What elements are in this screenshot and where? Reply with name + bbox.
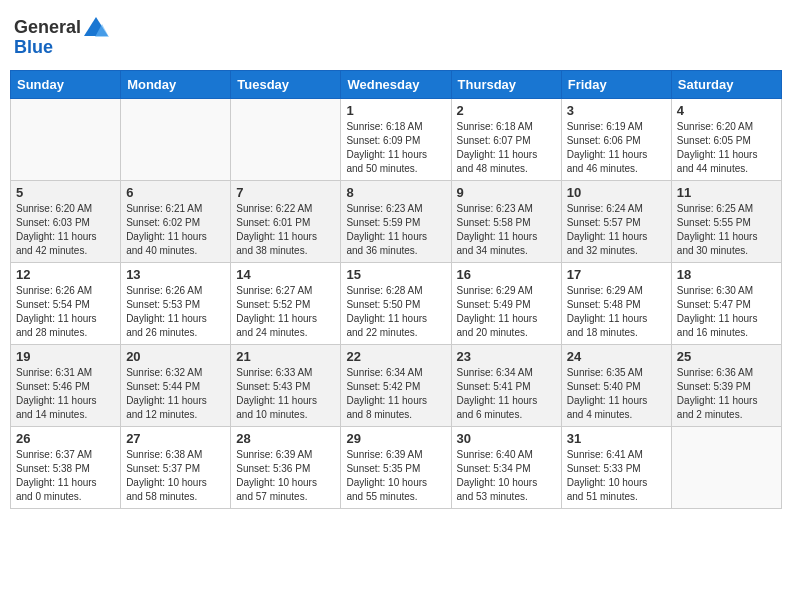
day-cell: 20Sunrise: 6:32 AM Sunset: 5:44 PM Dayli… [121, 345, 231, 427]
day-number: 18 [677, 267, 776, 282]
day-number: 15 [346, 267, 445, 282]
day-cell: 8Sunrise: 6:23 AM Sunset: 5:59 PM Daylig… [341, 181, 451, 263]
day-cell: 31Sunrise: 6:41 AM Sunset: 5:33 PM Dayli… [561, 427, 671, 509]
day-cell: 21Sunrise: 6:33 AM Sunset: 5:43 PM Dayli… [231, 345, 341, 427]
logo-blue: Blue [14, 38, 109, 56]
week-row-2: 5Sunrise: 6:20 AM Sunset: 6:03 PM Daylig… [11, 181, 782, 263]
day-number: 6 [126, 185, 225, 200]
weekday-friday: Friday [561, 71, 671, 99]
day-cell [11, 99, 121, 181]
weekday-monday: Monday [121, 71, 231, 99]
day-info: Sunrise: 6:36 AM Sunset: 5:39 PM Dayligh… [677, 366, 776, 422]
calendar: SundayMondayTuesdayWednesdayThursdayFrid… [10, 70, 782, 509]
day-cell: 1Sunrise: 6:18 AM Sunset: 6:09 PM Daylig… [341, 99, 451, 181]
day-number: 11 [677, 185, 776, 200]
day-cell: 17Sunrise: 6:29 AM Sunset: 5:48 PM Dayli… [561, 263, 671, 345]
day-info: Sunrise: 6:32 AM Sunset: 5:44 PM Dayligh… [126, 366, 225, 422]
day-number: 25 [677, 349, 776, 364]
day-number: 21 [236, 349, 335, 364]
day-info: Sunrise: 6:23 AM Sunset: 5:59 PM Dayligh… [346, 202, 445, 258]
day-cell: 10Sunrise: 6:24 AM Sunset: 5:57 PM Dayli… [561, 181, 671, 263]
day-number: 14 [236, 267, 335, 282]
day-cell: 5Sunrise: 6:20 AM Sunset: 6:03 PM Daylig… [11, 181, 121, 263]
day-info: Sunrise: 6:37 AM Sunset: 5:38 PM Dayligh… [16, 448, 115, 504]
week-row-3: 12Sunrise: 6:26 AM Sunset: 5:54 PM Dayli… [11, 263, 782, 345]
logo-triangle-icon [83, 16, 109, 38]
day-info: Sunrise: 6:22 AM Sunset: 6:01 PM Dayligh… [236, 202, 335, 258]
day-cell: 2Sunrise: 6:18 AM Sunset: 6:07 PM Daylig… [451, 99, 561, 181]
weekday-saturday: Saturday [671, 71, 781, 99]
day-info: Sunrise: 6:29 AM Sunset: 5:48 PM Dayligh… [567, 284, 666, 340]
day-info: Sunrise: 6:21 AM Sunset: 6:02 PM Dayligh… [126, 202, 225, 258]
day-info: Sunrise: 6:18 AM Sunset: 6:09 PM Dayligh… [346, 120, 445, 176]
day-cell: 22Sunrise: 6:34 AM Sunset: 5:42 PM Dayli… [341, 345, 451, 427]
day-cell: 14Sunrise: 6:27 AM Sunset: 5:52 PM Dayli… [231, 263, 341, 345]
day-info: Sunrise: 6:34 AM Sunset: 5:42 PM Dayligh… [346, 366, 445, 422]
day-info: Sunrise: 6:18 AM Sunset: 6:07 PM Dayligh… [457, 120, 556, 176]
weekday-sunday: Sunday [11, 71, 121, 99]
day-number: 24 [567, 349, 666, 364]
day-cell: 28Sunrise: 6:39 AM Sunset: 5:36 PM Dayli… [231, 427, 341, 509]
day-info: Sunrise: 6:29 AM Sunset: 5:49 PM Dayligh… [457, 284, 556, 340]
weekday-header-row: SundayMondayTuesdayWednesdayThursdayFrid… [11, 71, 782, 99]
day-number: 12 [16, 267, 115, 282]
day-number: 10 [567, 185, 666, 200]
day-number: 30 [457, 431, 556, 446]
day-number: 26 [16, 431, 115, 446]
logo: General Blue [14, 16, 109, 56]
day-cell: 18Sunrise: 6:30 AM Sunset: 5:47 PM Dayli… [671, 263, 781, 345]
day-cell: 24Sunrise: 6:35 AM Sunset: 5:40 PM Dayli… [561, 345, 671, 427]
day-cell: 30Sunrise: 6:40 AM Sunset: 5:34 PM Dayli… [451, 427, 561, 509]
day-info: Sunrise: 6:39 AM Sunset: 5:35 PM Dayligh… [346, 448, 445, 504]
day-cell [231, 99, 341, 181]
day-info: Sunrise: 6:30 AM Sunset: 5:47 PM Dayligh… [677, 284, 776, 340]
day-info: Sunrise: 6:38 AM Sunset: 5:37 PM Dayligh… [126, 448, 225, 504]
day-number: 20 [126, 349, 225, 364]
day-number: 5 [16, 185, 115, 200]
week-row-1: 1Sunrise: 6:18 AM Sunset: 6:09 PM Daylig… [11, 99, 782, 181]
day-number: 8 [346, 185, 445, 200]
day-info: Sunrise: 6:26 AM Sunset: 5:54 PM Dayligh… [16, 284, 115, 340]
day-cell: 25Sunrise: 6:36 AM Sunset: 5:39 PM Dayli… [671, 345, 781, 427]
day-cell: 27Sunrise: 6:38 AM Sunset: 5:37 PM Dayli… [121, 427, 231, 509]
day-cell: 6Sunrise: 6:21 AM Sunset: 6:02 PM Daylig… [121, 181, 231, 263]
day-number: 23 [457, 349, 556, 364]
page-header: General Blue [10, 10, 782, 62]
day-info: Sunrise: 6:20 AM Sunset: 6:05 PM Dayligh… [677, 120, 776, 176]
day-info: Sunrise: 6:25 AM Sunset: 5:55 PM Dayligh… [677, 202, 776, 258]
day-info: Sunrise: 6:28 AM Sunset: 5:50 PM Dayligh… [346, 284, 445, 340]
day-number: 16 [457, 267, 556, 282]
day-number: 19 [16, 349, 115, 364]
day-number: 29 [346, 431, 445, 446]
day-info: Sunrise: 6:31 AM Sunset: 5:46 PM Dayligh… [16, 366, 115, 422]
day-info: Sunrise: 6:19 AM Sunset: 6:06 PM Dayligh… [567, 120, 666, 176]
day-number: 22 [346, 349, 445, 364]
day-info: Sunrise: 6:20 AM Sunset: 6:03 PM Dayligh… [16, 202, 115, 258]
weekday-thursday: Thursday [451, 71, 561, 99]
day-info: Sunrise: 6:27 AM Sunset: 5:52 PM Dayligh… [236, 284, 335, 340]
day-number: 3 [567, 103, 666, 118]
week-row-4: 19Sunrise: 6:31 AM Sunset: 5:46 PM Dayli… [11, 345, 782, 427]
week-row-5: 26Sunrise: 6:37 AM Sunset: 5:38 PM Dayli… [11, 427, 782, 509]
weekday-wednesday: Wednesday [341, 71, 451, 99]
day-cell: 29Sunrise: 6:39 AM Sunset: 5:35 PM Dayli… [341, 427, 451, 509]
day-number: 27 [126, 431, 225, 446]
day-number: 1 [346, 103, 445, 118]
day-number: 17 [567, 267, 666, 282]
day-cell: 19Sunrise: 6:31 AM Sunset: 5:46 PM Dayli… [11, 345, 121, 427]
day-number: 13 [126, 267, 225, 282]
day-number: 7 [236, 185, 335, 200]
day-number: 4 [677, 103, 776, 118]
day-cell: 26Sunrise: 6:37 AM Sunset: 5:38 PM Dayli… [11, 427, 121, 509]
day-cell: 12Sunrise: 6:26 AM Sunset: 5:54 PM Dayli… [11, 263, 121, 345]
day-number: 9 [457, 185, 556, 200]
day-cell: 4Sunrise: 6:20 AM Sunset: 6:05 PM Daylig… [671, 99, 781, 181]
day-info: Sunrise: 6:24 AM Sunset: 5:57 PM Dayligh… [567, 202, 666, 258]
day-info: Sunrise: 6:26 AM Sunset: 5:53 PM Dayligh… [126, 284, 225, 340]
day-cell [671, 427, 781, 509]
day-info: Sunrise: 6:41 AM Sunset: 5:33 PM Dayligh… [567, 448, 666, 504]
day-cell: 3Sunrise: 6:19 AM Sunset: 6:06 PM Daylig… [561, 99, 671, 181]
day-info: Sunrise: 6:35 AM Sunset: 5:40 PM Dayligh… [567, 366, 666, 422]
day-cell: 11Sunrise: 6:25 AM Sunset: 5:55 PM Dayli… [671, 181, 781, 263]
day-cell: 9Sunrise: 6:23 AM Sunset: 5:58 PM Daylig… [451, 181, 561, 263]
